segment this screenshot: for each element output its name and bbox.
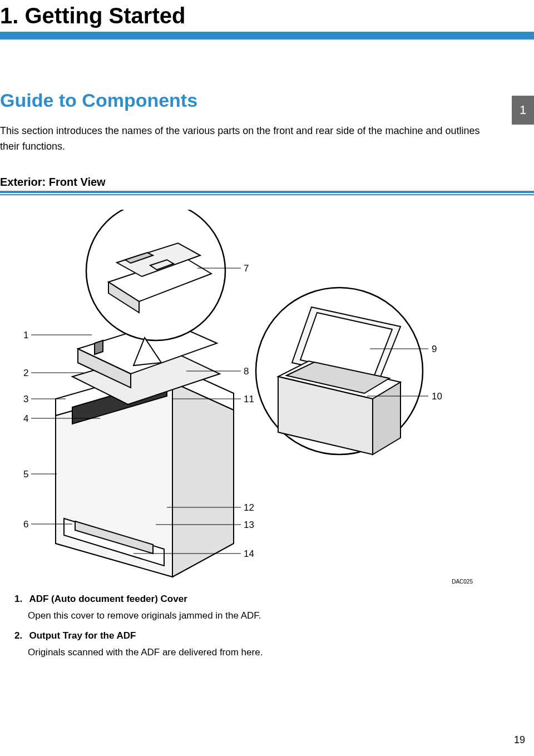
item-title: ADF (Auto document feeder) Cover: [29, 594, 187, 604]
item-description: Open this cover to remove originals jamm…: [28, 610, 534, 621]
callout-1: 1: [23, 330, 28, 341]
callout-5: 5: [23, 469, 28, 480]
item-title: Output Tray for the ADF: [29, 630, 136, 641]
callout-10: 10: [432, 391, 442, 402]
subsection-rule-thick: [0, 191, 534, 193]
callout-13: 13: [244, 520, 254, 531]
callout-14: 14: [244, 549, 254, 560]
chapter-rule: [0, 32, 534, 39]
item-number: 1.: [14, 594, 27, 605]
subsection-title: Exterior: Front View: [0, 176, 534, 189]
callout-4: 4: [23, 413, 28, 424]
callout-2: 2: [23, 368, 28, 379]
callout-12: 12: [244, 502, 254, 513]
callout-11: 11: [244, 394, 254, 405]
section-intro: This section introduces the names of the…: [0, 123, 484, 155]
callout-6: 6: [23, 519, 28, 530]
list-item: 1. ADF (Auto document feeder) Cover Open…: [14, 594, 534, 621]
item-description: Originals scanned with the ADF are deliv…: [28, 647, 534, 658]
callout-8: 8: [244, 366, 249, 377]
printer-illustration: [0, 210, 478, 588]
callout-9: 9: [432, 344, 437, 355]
diagram-code: DAC025: [452, 579, 473, 585]
component-description-list: 1. ADF (Auto document feeder) Cover Open…: [0, 594, 534, 658]
chapter-title: 1. Getting Started: [0, 3, 534, 32]
page-number: 19: [514, 734, 525, 746]
callout-7: 7: [244, 263, 249, 274]
section-title: Guide to Components: [0, 90, 534, 111]
diagram-exterior-front: 1 2 3 4 5 6 7 8 9 10 11 12 13 14 DAC025: [0, 210, 478, 588]
item-number: 2.: [14, 630, 27, 641]
chapter-tab: 1: [512, 96, 534, 125]
subsection-rule-thin: [0, 194, 534, 195]
callout-3: 3: [23, 394, 28, 405]
list-item: 2. Output Tray for the ADF Originals sca…: [14, 630, 534, 658]
